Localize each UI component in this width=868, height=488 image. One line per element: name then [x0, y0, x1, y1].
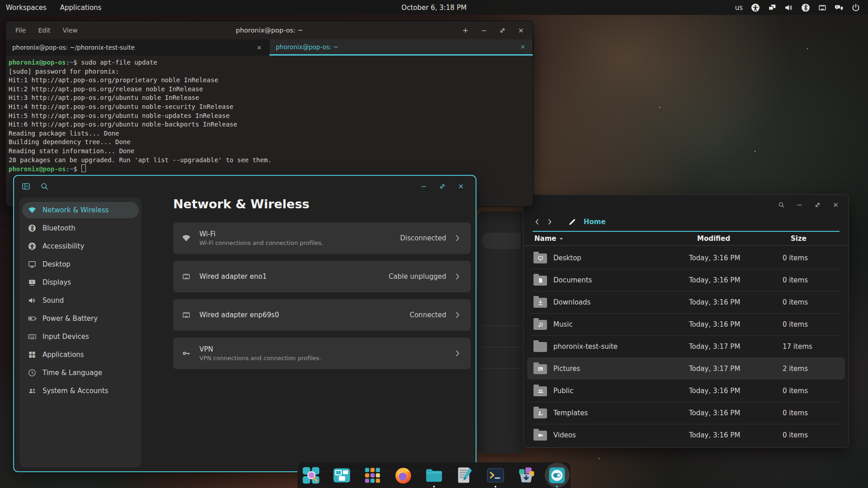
terminal-menu-file[interactable]: File — [15, 27, 26, 34]
file-name-label: Videos — [553, 431, 576, 439]
running-indicator — [433, 486, 435, 488]
sidebar-item-applications[interactable]: Applications — [22, 347, 139, 363]
file-row-pictures[interactable]: PicturesToday, 3:17 PM2 items — [527, 357, 845, 380]
terminal-line: Reading package lists... Done — [9, 129, 529, 138]
maximize-button[interactable] — [499, 27, 506, 34]
column-header-modified[interactable]: Modified — [697, 235, 791, 243]
settings-card-wired-adapter-enp69s0[interactable]: Wired adapter enp69s0Connected — [173, 299, 471, 331]
desktop: WorkspacesApplications October 6, 3:18 P… — [0, 0, 868, 488]
maximize-button[interactable] — [814, 201, 821, 209]
topbar-menu-workspaces[interactable]: Workspaces — [6, 4, 47, 12]
file-modified: Today, 3:16 PM — [689, 276, 783, 284]
column-header-name[interactable]: Name — [533, 235, 697, 243]
search-button[interactable] — [778, 201, 785, 209]
file-name-label: Pictures — [553, 365, 580, 373]
file-row-documents[interactable]: DocumentsToday, 3:16 PM0 items — [527, 269, 845, 291]
stacked-windows-icon[interactable] — [767, 3, 777, 13]
accessibility-icon[interactable] — [750, 3, 760, 13]
top-panel: WorkspacesApplications October 6, 3:18 P… — [0, 0, 868, 15]
sidebar-item-power-battery[interactable]: Power & Battery — [22, 310, 139, 327]
sidebar-item-accessibility[interactable]: Accessibility — [22, 238, 139, 254]
dock-item-launcher[interactable] — [301, 464, 322, 487]
terminal-menu-edit[interactable]: Edit — [38, 27, 50, 34]
sidebar-item-system-accounts[interactable]: System & Accounts — [22, 383, 139, 399]
file-row-phoronix-test-suite[interactable]: phoronix-test-suiteToday, 3:17 PM17 item… — [527, 335, 845, 357]
minimize-button[interactable] — [480, 27, 488, 34]
bluetooth-icon[interactable] — [801, 3, 811, 13]
dock-item-text-editor[interactable] — [454, 464, 476, 487]
terminal-line: [sudo] password for phoronix: — [9, 67, 529, 76]
dock-item-firefox[interactable] — [393, 464, 414, 487]
sidebar-item-sound[interactable]: Sound — [22, 292, 139, 309]
settings-app-icon — [547, 465, 567, 485]
dock-item-files[interactable] — [424, 464, 445, 487]
wifi-icon — [181, 233, 191, 243]
file-row-public[interactable]: PublicToday, 3:16 PM0 items — [527, 380, 845, 402]
terminal-tab-phoronix-pop-os[interactable]: phoronix@pop-os: ~ — [269, 39, 533, 56]
background-window[interactable] — [478, 211, 524, 453]
running-indicator — [495, 486, 496, 488]
volume-icon[interactable] — [784, 3, 794, 13]
file-size: 0 items — [783, 254, 840, 262]
dock-item-workspaces[interactable] — [331, 464, 353, 487]
tab-close-button[interactable] — [519, 43, 526, 50]
clock-icon — [28, 368, 37, 377]
emblem-video-icon — [538, 432, 543, 438]
dock-item-software-installer[interactable] — [516, 464, 537, 487]
topbar-menu-applications[interactable]: Applications — [60, 4, 102, 12]
keyboard-layout-indicator[interactable]: us — [735, 4, 743, 12]
back-button[interactable] — [533, 217, 542, 226]
file-name-label: Music — [553, 320, 573, 328]
folder-icon — [533, 431, 547, 441]
ethernet-icon[interactable] — [817, 3, 827, 13]
settings-card-vpn[interactable]: VPNVPN connections and connection profil… — [173, 338, 471, 369]
tab-close-button[interactable] — [256, 44, 263, 51]
sidebar-item-desktop[interactable]: Desktop — [22, 256, 139, 272]
sidebar-item-bluetooth[interactable]: Bluetooth — [22, 220, 139, 236]
sidebar-item-network-wireless[interactable]: Network & Wireless — [22, 202, 139, 218]
notifications-icon[interactable] — [834, 3, 844, 13]
terminal-output[interactable]: phoronix@pop-os:~$ sudo apt-file update[… — [6, 56, 533, 174]
text-editor-icon — [455, 465, 475, 485]
dock-item-app-library[interactable] — [362, 464, 383, 487]
dock-item-settings[interactable] — [547, 464, 568, 487]
file-size: 2 items — [783, 365, 840, 373]
terminal-titlebar[interactable]: FileEditView phoronix@pop-os: ~ — [6, 21, 533, 39]
file-modified: Today, 3:16 PM — [689, 254, 783, 262]
sidebar-toggle-icon[interactable] — [21, 182, 31, 191]
file-row-templates[interactable]: TemplatesToday, 3:16 PM0 items — [527, 402, 845, 424]
sidebar-item-time-language[interactable]: Time & Language — [22, 365, 139, 381]
forward-button[interactable] — [545, 217, 554, 226]
file-row-downloads[interactable]: DownloadsToday, 3:16 PM0 items — [527, 291, 845, 313]
file-row-desktop[interactable]: DesktopToday, 3:16 PM0 items — [527, 247, 845, 269]
files-titlebar[interactable] — [524, 195, 849, 215]
settings-main: Network & Wireless Wi-FiWi-Fi connection… — [159, 176, 476, 471]
dock-item-terminal[interactable] — [485, 464, 506, 487]
file-row-videos[interactable]: VideosToday, 3:16 PM0 items — [527, 424, 845, 446]
sidebar-item-label: Network & Wireless — [42, 206, 109, 214]
close-button[interactable] — [517, 27, 525, 34]
wifi-icon — [28, 206, 37, 215]
firefox-icon — [393, 465, 413, 485]
terminal-line: Hit:4 http://apt.pop-os.org/ubuntu noble… — [9, 103, 529, 112]
terminal-menu-view[interactable]: View — [63, 27, 78, 34]
close-button[interactable] — [832, 201, 840, 209]
files-navbar: Home — [524, 215, 849, 229]
displays-icon — [28, 278, 37, 287]
file-modified: Today, 3:16 PM — [689, 431, 783, 439]
file-row-music[interactable]: MusicToday, 3:16 PM0 items — [527, 313, 845, 335]
folder-icon — [533, 320, 547, 330]
edit-path-icon[interactable] — [568, 218, 576, 226]
breadcrumb-location[interactable]: Home — [584, 218, 606, 226]
sidebar-item-input-devices[interactable]: Input Devices — [22, 328, 139, 345]
new-tab-button[interactable] — [462, 27, 469, 34]
power-icon[interactable] — [851, 3, 861, 13]
column-header-size[interactable]: Size — [791, 235, 840, 243]
terminal-tab-phoronix-pop-os-phoronix-test-suite[interactable]: phoronix@pop-os: ~/phoronix-test-suite — [6, 39, 269, 56]
minimize-button[interactable] — [796, 201, 803, 209]
sidebar-item-displays[interactable]: Displays — [22, 274, 139, 291]
settings-sidebar: Network & WirelessBluetoothAccessibility… — [19, 197, 142, 467]
settings-card-wi-fi[interactable]: Wi-FiWi-Fi connections and connection pr… — [173, 222, 471, 254]
search-icon[interactable] — [40, 182, 49, 191]
settings-card-wired-adapter-eno1[interactable]: Wired adapter eno1Cable unplugged — [173, 261, 471, 292]
